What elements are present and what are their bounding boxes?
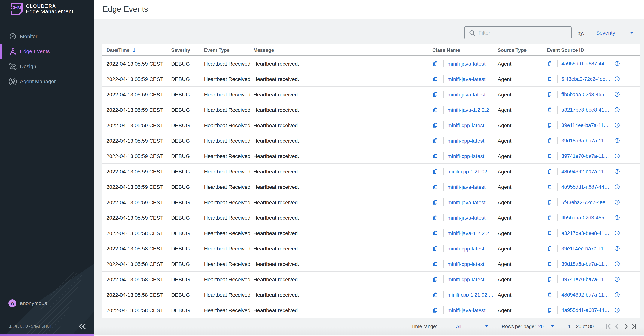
svg-text:CEM: CEM bbox=[10, 5, 22, 10]
